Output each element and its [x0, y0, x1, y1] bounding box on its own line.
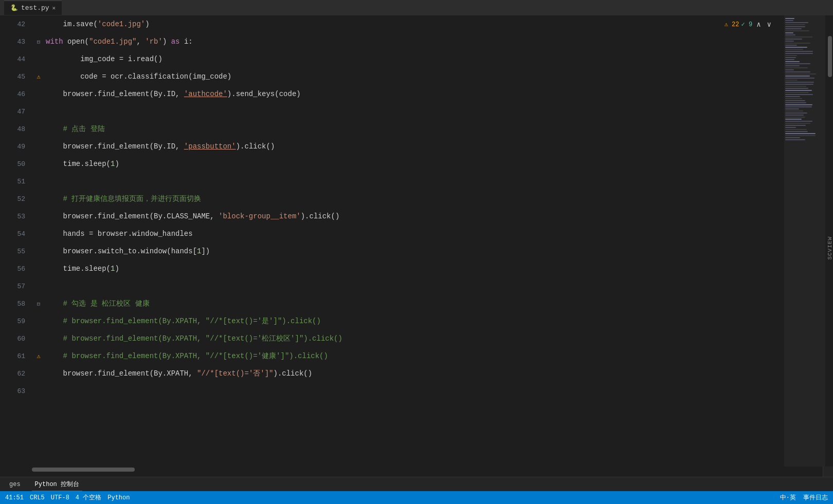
tab-filename: test.py [21, 4, 49, 12]
minimap-line [785, 106, 812, 107]
minimap-line [785, 100, 805, 101]
line-content: browser.find_element(By.XPATH, "//*[text… [44, 365, 823, 382]
code-line: 50 time.sleep(1) [0, 155, 823, 173]
line-number: 58 [0, 300, 33, 308]
minimap-line [785, 121, 812, 122]
panel-tab-pages[interactable]: ges [6, 479, 24, 490]
code-line: 45⚠ code = ocr.classification(img_code) [0, 68, 823, 85]
minimap [784, 15, 825, 466]
line-number: 52 [0, 195, 33, 203]
minimap-line [785, 131, 808, 132]
minimap-line [785, 18, 794, 19]
minimap-line [785, 53, 813, 54]
line-number: 48 [0, 125, 33, 133]
code-line: 59 # browser.find_element(By.XPATH, "//*… [0, 312, 823, 330]
minimap-line [785, 127, 796, 128]
minimap-line [785, 73, 816, 74]
status-crl5: CRL5 [30, 494, 45, 501]
minimap-line [785, 102, 806, 103]
minimap-line [785, 49, 803, 50]
tab-close-icon[interactable]: ✕ [52, 5, 56, 11]
editor-tab[interactable]: 🐍 test.py ✕ [4, 1, 62, 15]
line-gutter-icon[interactable]: ⊟ [33, 301, 44, 307]
line-number: 56 [0, 265, 33, 273]
line-number: 57 [0, 283, 33, 290]
minimap-line [785, 55, 797, 56]
code-editor[interactable]: 42 im.save('code1.jpg')43⊟with open("cod… [0, 15, 823, 477]
minimap-line [785, 67, 808, 68]
status-bar: 41:51 CRL5 UTF-8 4 个空格 Python 中·英 事件日志 [0, 491, 833, 504]
horizontal-scrollbar[interactable] [0, 466, 823, 473]
code-line: 56 time.sleep(1) [0, 260, 823, 277]
minimap-line [785, 65, 800, 66]
minimap-line [785, 34, 795, 35]
code-lines: 42 im.save('code1.jpg')43⊟with open("cod… [0, 15, 823, 466]
line-number: 46 [0, 90, 33, 98]
minimap-line [785, 63, 810, 64]
minimap-line [785, 71, 810, 72]
status-position: 41:51 [5, 494, 24, 501]
minimap-line [785, 41, 794, 42]
line-gutter-icon[interactable]: ⚠ [33, 352, 44, 360]
code-line: 57 [0, 277, 823, 295]
line-content: # browser.find_element(By.XPATH, "//*[te… [44, 312, 823, 330]
minimap-line [785, 133, 816, 134]
line-number: 60 [0, 335, 33, 343]
scview-label: SCVIEW [827, 236, 833, 260]
line-number: 43 [0, 38, 33, 46]
minimap-line [785, 82, 814, 83]
code-line: 51 [0, 173, 823, 190]
line-content: browser.find_element(By.ID, 'authcode').… [44, 85, 823, 103]
status-interpreter: Python [107, 494, 130, 501]
python-file-icon: 🐍 [10, 4, 18, 12]
minimap-line [785, 36, 812, 38]
h-scrollbar-thumb[interactable] [32, 468, 135, 472]
minimap-line [785, 137, 800, 138]
line-number: 62 [0, 370, 33, 378]
line-content: time.sleep(1) [44, 155, 823, 173]
line-number: 61 [0, 352, 33, 360]
minimap-line [785, 125, 806, 126]
line-content: img_code = i.read() [44, 50, 823, 68]
minimap-line [785, 59, 794, 60]
code-line: 48 # 点击 登陆 [0, 120, 823, 138]
status-date-label: 事件日志 [803, 493, 828, 502]
minimap-line [785, 135, 816, 136]
line-number: 50 [0, 160, 33, 168]
minimap-line [785, 24, 805, 25]
line-content: # browser.find_element(By.XPATH, "//*[te… [44, 347, 823, 365]
code-line: 63 [0, 382, 823, 400]
minimap-line [785, 84, 813, 85]
minimap-line [785, 57, 796, 58]
code-line: 54 hands = browser.window_handles [0, 225, 823, 242]
line-number: 63 [0, 387, 33, 395]
line-gutter-icon[interactable]: ⚠ [33, 73, 44, 81]
title-bar: 🐍 test.py ✕ [0, 0, 833, 15]
minimap-line [785, 43, 810, 44]
panel-tab-python-console[interactable]: Python 控制台 [32, 478, 82, 491]
line-number: 53 [0, 213, 33, 220]
line-number: 54 [0, 230, 33, 238]
minimap-line [785, 61, 800, 62]
line-content: with open("code1.jpg", 'rb') as i: [44, 33, 823, 50]
minimap-line [785, 115, 804, 116]
editor-container: ⚠ 22 ✓ 9 ∧ ∨ 42 im.save('code1.jpg')43⊟w… [0, 15, 833, 477]
line-content: # 勾选 是 松江校区 健康 [44, 295, 823, 312]
line-content: browser.find_element(By.ID, 'passbutton'… [44, 138, 823, 155]
code-line: 60 # browser.find_element(By.XPATH, "//*… [0, 330, 823, 347]
minimap-line [785, 110, 803, 111]
minimap-line [785, 69, 794, 70]
line-content: browser.find_element(By.CLASS_NAME, 'blo… [44, 208, 823, 225]
minimap-line [785, 88, 808, 89]
minimap-line [785, 76, 810, 77]
code-line: 44 img_code = i.read() [0, 50, 823, 68]
minimap-line [785, 32, 793, 33]
line-content: # browser.find_element(By.XPATH, "//*[te… [44, 330, 823, 347]
minimap-line [785, 94, 813, 95]
minimap-line [785, 78, 814, 79]
line-number: 55 [0, 248, 33, 255]
line-content: code = ocr.classification(img_code) [44, 68, 823, 85]
status-spaces: 4 个空格 [76, 493, 101, 502]
vertical-scrollbar-thumb[interactable] [828, 36, 832, 77]
line-gutter-icon[interactable]: ⊟ [33, 39, 44, 45]
